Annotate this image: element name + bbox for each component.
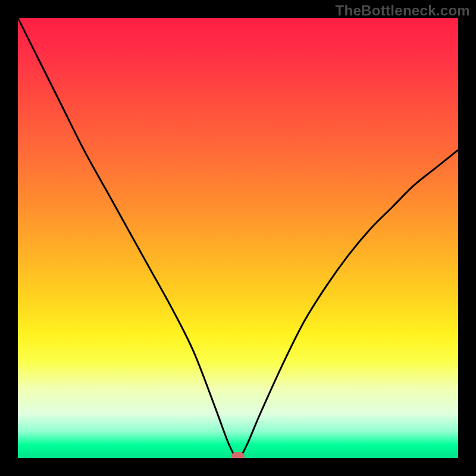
bottleneck-curve xyxy=(18,18,458,458)
curve-line xyxy=(18,18,458,458)
chart-frame: TheBottleneck.com xyxy=(0,0,476,476)
optimum-marker xyxy=(231,452,245,458)
plot-area xyxy=(18,18,458,458)
watermark-text: TheBottleneck.com xyxy=(336,2,470,19)
